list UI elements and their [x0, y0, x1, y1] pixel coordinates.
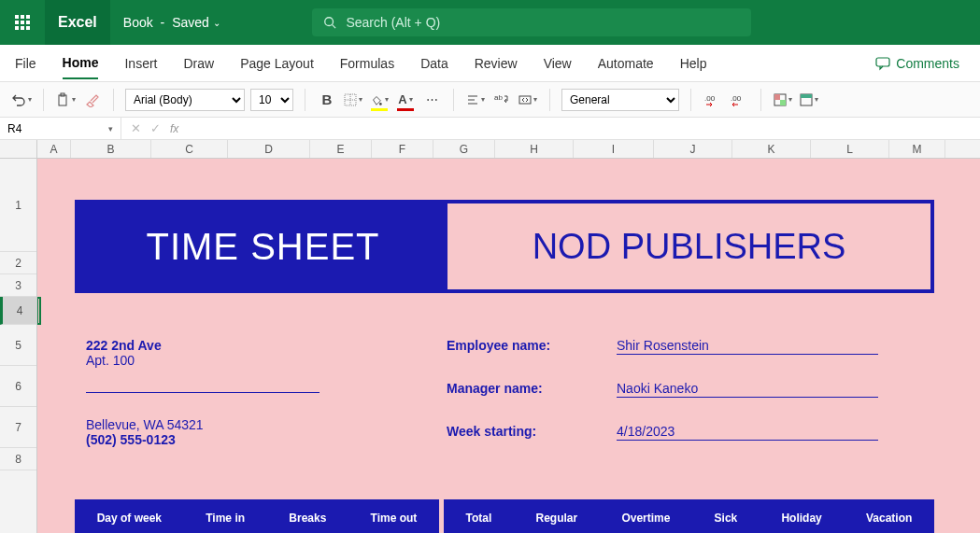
row-header[interactable]: 3	[0, 274, 36, 297]
confirm-icon[interactable]: ✓	[150, 121, 161, 135]
col-header[interactable]: I	[574, 140, 654, 158]
col-header[interactable]: L	[811, 140, 889, 158]
search-input[interactable]	[346, 15, 740, 30]
format-table-button[interactable]	[799, 90, 819, 110]
col-header[interactable]: F	[372, 140, 433, 158]
font-color-button[interactable]: A	[395, 90, 416, 110]
font-size-select[interactable]: 10	[250, 89, 293, 111]
svg-rect-18	[780, 100, 786, 105]
col-header[interactable]: D	[228, 140, 310, 158]
col-day: Day of week	[97, 512, 162, 525]
col-header[interactable]: G	[433, 140, 495, 158]
col-header[interactable]: J	[654, 140, 732, 158]
comments-label: Comments	[896, 56, 959, 71]
row-header[interactable]: 4	[0, 297, 36, 325]
clipboard-icon	[55, 92, 70, 107]
mgr-label: Manager name:	[447, 381, 543, 396]
tab-data[interactable]: Data	[420, 49, 448, 78]
undo-button[interactable]	[11, 90, 32, 110]
format-painter-button[interactable]	[81, 90, 102, 110]
bold-button[interactable]: B	[317, 90, 337, 110]
column-headers: A B C D E F G H I J K L M	[0, 140, 980, 159]
inc-decimal-icon: .00	[731, 93, 747, 106]
svg-text:.00: .00	[731, 94, 742, 103]
conditional-format-button[interactable]	[773, 90, 793, 110]
tab-automate[interactable]: Automate	[598, 49, 654, 78]
timesheet-header: TIME SHEET NOD PUBLISHERS	[75, 200, 934, 293]
row-header[interactable]: 2	[0, 252, 36, 274]
emp-label: Employee name:	[447, 338, 550, 353]
wrap-text-button[interactable]: ab	[491, 90, 512, 110]
week-value-text: 4/18/2023	[617, 424, 878, 441]
doc-status: Saved	[172, 15, 209, 30]
sheet-area[interactable]: TIME SHEET NOD PUBLISHERS 222 2nd Ave Ap…	[37, 159, 980, 533]
phone: (502) 555-0123	[86, 432, 320, 447]
col-header[interactable]: K	[732, 140, 811, 158]
col-sick: Sick	[715, 512, 738, 525]
col-header[interactable]: E	[310, 140, 372, 158]
svg-text:ab: ab	[494, 93, 503, 102]
row-header[interactable]: 1	[0, 159, 36, 252]
tab-page-layout[interactable]: Page Layout	[240, 49, 314, 78]
search-box[interactable]	[312, 8, 751, 36]
fx-icon[interactable]: fx	[170, 122, 178, 135]
svg-rect-2	[876, 58, 889, 66]
table-header-right: Total Regular Overtime Sick Holiday Vaca…	[444, 499, 934, 533]
week-label: Week starting:	[447, 424, 536, 439]
name-box[interactable]: ▾	[0, 118, 121, 140]
svg-line-1	[333, 25, 336, 29]
col-header[interactable]: C	[151, 140, 228, 158]
col-total: Total	[466, 512, 492, 525]
tab-view[interactable]: View	[544, 49, 572, 78]
col-header[interactable]: A	[37, 140, 71, 158]
col-header[interactable]: M	[889, 140, 945, 158]
addr1: 222 2nd Ave	[86, 338, 320, 353]
employee-value: Shir Rosenstein	[617, 338, 878, 355]
col-header[interactable]: B	[71, 140, 151, 158]
col-breaks: Breaks	[289, 512, 326, 525]
decrease-decimal-button[interactable]: .00	[703, 90, 723, 110]
row-header[interactable]: 6	[0, 366, 36, 407]
fill-color-button[interactable]	[369, 90, 390, 110]
fill-color-swatch	[371, 108, 388, 111]
tab-file[interactable]: File	[15, 49, 36, 78]
tab-draw[interactable]: Draw	[183, 49, 214, 78]
paste-button[interactable]	[55, 90, 76, 110]
document-title[interactable]: Book - Saved ⌄	[110, 15, 234, 30]
tab-home[interactable]: Home	[63, 48, 99, 79]
more-font-button[interactable]: ⋯	[421, 90, 442, 110]
borders-button[interactable]	[343, 90, 363, 110]
dec-decimal-icon: .00	[704, 93, 721, 106]
titlebar: Excel Book - Saved ⌄	[0, 0, 980, 45]
tab-review[interactable]: Review	[475, 49, 518, 78]
svg-rect-20	[801, 94, 812, 98]
col-holiday: Holiday	[781, 512, 821, 525]
comments-button[interactable]: Comments	[870, 52, 965, 75]
doc-status-sep: -	[157, 15, 168, 30]
address-block: 222 2nd Ave Apt. 100 Bellevue, WA 54321 …	[86, 338, 320, 447]
align-button[interactable]	[465, 90, 486, 110]
app-launcher-button[interactable]	[0, 0, 45, 45]
row-header[interactable]: 7	[0, 407, 36, 448]
merge-button[interactable]	[518, 90, 538, 110]
number-format-select[interactable]: General	[561, 89, 679, 111]
tab-insert[interactable]: Insert	[124, 49, 157, 78]
select-all-corner[interactable]	[0, 140, 37, 158]
tab-formulas[interactable]: Formulas	[340, 49, 394, 78]
row-header[interactable]: 5	[0, 325, 36, 366]
formula-input[interactable]	[188, 122, 980, 135]
align-icon	[466, 93, 479, 106]
bucket-icon	[370, 93, 383, 106]
name-box-input[interactable]	[7, 122, 82, 135]
manager-row: Manager name:	[447, 381, 543, 396]
col-timeout: Time out	[371, 512, 418, 525]
svg-rect-3	[59, 95, 66, 105]
col-header[interactable]: H	[495, 140, 574, 158]
table-header-left: Day of week Time in Breaks Time out	[75, 499, 439, 533]
tab-help[interactable]: Help	[680, 49, 707, 78]
font-name-select[interactable]: Arial (Body)	[125, 89, 245, 111]
cancel-icon[interactable]: ✕	[131, 121, 141, 135]
row-header[interactable]: 8	[0, 448, 36, 470]
table-icon	[800, 93, 813, 106]
increase-decimal-button[interactable]: .00	[729, 90, 749, 110]
